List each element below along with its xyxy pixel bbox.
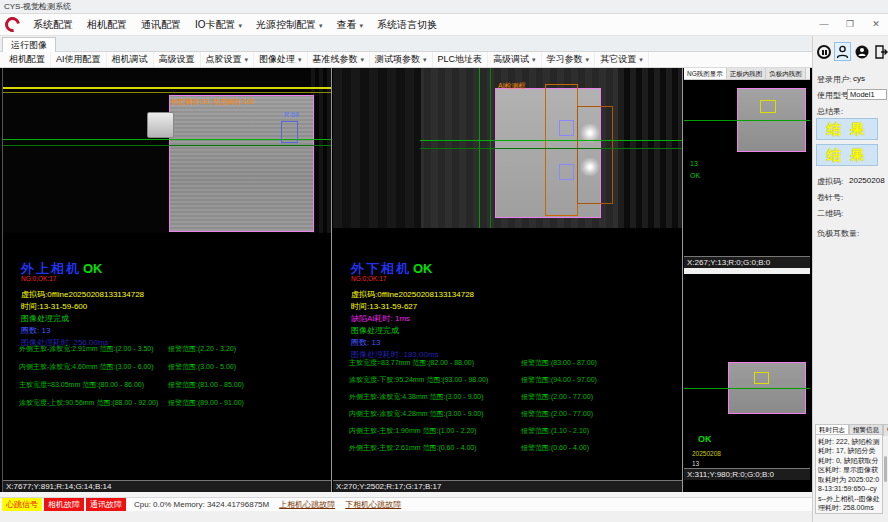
reference-line-yellow-2 (3, 92, 331, 93)
background-stripes (333, 68, 421, 228)
cursor-pixel-status: X:7677;Y:891;R:14;G:14;B:14 (3, 480, 331, 492)
measurement-list: 主胶宽度=83.77mm 范围:(82.00 - 88.00)报警范围:(83.… (349, 358, 678, 460)
tool-glue-settings[interactable]: 点胶设置 (201, 52, 255, 67)
result-badge-lower: 结 果 (816, 144, 878, 166)
alarm-range: 报警范围:(89.00 - 91.00) (168, 398, 244, 408)
menu-io-card-config[interactable]: IO卡配置 (188, 14, 249, 36)
tool-advanced-debug[interactable]: 高级调试 (488, 52, 542, 67)
ng-ok-counter: NG:0;OK:17 (351, 275, 386, 282)
tool-plc-address-table[interactable]: PLC地址表 (433, 52, 489, 67)
alarm-range: 报警范围:(2.00 - 77.00) (521, 409, 593, 419)
tab-positive-inner-image[interactable]: 正极内残图 (727, 68, 767, 79)
tool-camera-debug[interactable]: 相机调试 (107, 52, 154, 67)
main-view: 固定阈值:93, 动态阈值:100 R:68 外上相机OK NG:0;OK:17… (0, 68, 812, 492)
menu-comm-config[interactable]: 通讯配置 (134, 14, 188, 35)
measure-line-green-2 (3, 145, 331, 146)
exit-door-icon (874, 45, 888, 59)
cursor-pixel-status: X:270;Y:2502;R:17;G:17;B:17 (333, 480, 682, 492)
overlay-ok-text: OK (690, 172, 700, 179)
admin-user-button[interactable] (853, 42, 870, 61)
close-button[interactable]: ✕ (868, 16, 884, 32)
ai-box-label: AI检测框 (498, 81, 526, 91)
overlay-ok-text: OK (698, 434, 712, 444)
ng-preview-image-top[interactable]: 13 OK (684, 80, 810, 256)
ai-elapsed-line: 缺陷AI耗时: 1ms (351, 313, 410, 324)
roi-box-purple-2 (559, 164, 574, 180)
time-line: 时间:13-31-59-600 (21, 301, 87, 312)
upper-camera-heartbeat-status: 上相机心跳故障 (279, 499, 335, 510)
highlight-spot-2 (580, 158, 600, 176)
alarm-range: 报警范围:(0.60 - 4.00) (521, 443, 589, 453)
tab-negative-inner-image[interactable]: 负极内残图 (766, 68, 806, 79)
tool-test-item-params[interactable]: 测试项参数 (370, 52, 433, 67)
measurement-row: 外侧主胶-涂胶宽:2.91mm 范围:(2.00 - 3.50)报警范围:(2.… (19, 344, 327, 362)
app-logo-icon (2, 14, 23, 35)
overlay-count-text: 13 (690, 160, 698, 167)
measurement-row: 内侧主胶-涂胶宽:4.60mm 范围:(3.00 - 6.00)报警范围:(3.… (19, 362, 327, 380)
ai-detect-box-2 (577, 106, 613, 204)
log-scrollbar[interactable] (884, 456, 887, 482)
total-result-label: 总结果: (817, 106, 843, 117)
menu-language-switch[interactable]: 系统语言切换 (370, 14, 444, 35)
menu-view[interactable]: 查看 (330, 14, 371, 36)
tab-run-image[interactable]: 运行图像 (2, 37, 56, 52)
maximize-button[interactable]: ❐ (842, 16, 858, 32)
cursor-pixel-status: X:311;Y:980;R:0;G:0;B:0 (684, 468, 810, 480)
alarm-range: 报警范围:(83.00 - 87.00) (521, 358, 597, 368)
tab-error-log[interactable]: 错误信息 (883, 424, 888, 436)
measurement-value: 外侧主胶-主胶:2.61mm 范围:(0.60 - 4.00) (349, 444, 477, 451)
status-bar: 心跳信号 相机故障 通讯故障 Cpu: 0.0% Memory: 3424.41… (0, 497, 812, 511)
alarm-range: 报警范围:(81.00 - 85.00) (168, 380, 244, 390)
menu-camera-config[interactable]: 相机配置 (80, 14, 134, 35)
process-done-line: 图像处理完成 (351, 325, 399, 336)
virtual-code-line: 虚拟码:0ffline20250208133134728 (21, 289, 144, 300)
reference-line-yellow (3, 87, 331, 89)
tool-advanced-settings[interactable]: 高级设置 (154, 52, 201, 67)
exit-button[interactable] (872, 42, 888, 61)
cursor-pixel-status: X:267;Y:13;R:0;G:0;B:0 (684, 256, 810, 268)
login-user-label: 登录用户: (817, 74, 851, 85)
tool-learning-params[interactable]: 学习参数 (542, 52, 596, 67)
camera-fault-badge: 相机故障 (44, 498, 84, 511)
tool-image-processing[interactable]: 图像处理 (254, 52, 308, 67)
window-controls: — ❐ ✕ (816, 16, 884, 32)
blue-overlay-text: R:68 (284, 111, 299, 118)
tool-camera-config[interactable]: 相机配置 (4, 52, 51, 67)
winding-pin-label: 卷针号: (817, 192, 843, 203)
minimize-button[interactable]: — (816, 16, 832, 32)
model-value-field[interactable]: Model1 (847, 89, 887, 100)
ng-preview-image-bottom[interactable]: OK 20250208 13 (684, 274, 810, 468)
login-user-button[interactable] (834, 42, 851, 61)
overlay-count-text: 13 (692, 460, 699, 467)
pause-button[interactable] (815, 42, 832, 61)
alarm-range: 报警范围:(1.10 - 2.10) (521, 426, 589, 436)
menu-system-config[interactable]: 系统配置 (26, 14, 80, 35)
tab-ng-image-display[interactable]: NG残图显示 (684, 68, 727, 79)
ng-ok-counter: NG:0;OK:17 (21, 275, 56, 282)
connector-part (147, 112, 174, 138)
menu-light-control-config[interactable]: 光源控制配置 (249, 14, 330, 36)
measurement-value: 内侧主胶-涂胶宽:4.60mm 范围:(3.00 - 6.00) (19, 363, 154, 370)
turn-count-line: 圈数: 13 (351, 337, 380, 348)
camera-image-upper[interactable]: 固定阈值:93, 动态阈值:100 R:68 (3, 68, 331, 233)
view-tabstrip: 运行图像 (0, 36, 812, 52)
heartbeat-signal-badge: 心跳信号 (2, 498, 42, 511)
camera-image-lower[interactable]: AI检测框 (333, 68, 682, 228)
turn-count-line: 圈数: 13 (21, 325, 50, 336)
measurement-row: 内侧主胶-涂胶宽:4.28mm 范围:(3.00 - 9.00)报警范围:(2.… (349, 409, 678, 426)
login-user-value[interactable]: cys (853, 74, 865, 83)
result-ok-label: OK (83, 261, 103, 276)
time-line: 时间:13-31-59-627 (351, 301, 417, 312)
measurement-value: 主胶宽度=83.77mm 范围:(82.00 - 88.00) (349, 359, 474, 366)
tool-baseline-params[interactable]: 基准线参数 (308, 52, 371, 67)
measurement-value: 内侧主胶-涂胶宽:4.28mm 范围:(3.00 - 9.00) (349, 410, 484, 417)
config-toolbar: 相机配置 AI使用配置 相机调试 高级设置 点胶设置 图像处理 基准线参数 测试… (0, 52, 812, 68)
tool-other-settings[interactable]: 其它设置 (595, 52, 649, 67)
qr-code-label: 二维码: (817, 208, 843, 219)
measure-line-green-2 (420, 148, 682, 149)
measurement-row: 内侧主胶-主胶:1.90mm 范围:(1.00 - 2.20)报警范围:(1.1… (349, 426, 678, 443)
log-text-area[interactable]: 耗时: 222, 缺陷检测耗时: 17, 缺陷分类耗时: 0, 缺陷获取分区耗时… (815, 434, 883, 514)
tool-ai-use-config[interactable]: AI使用配置 (51, 52, 107, 67)
virtual-code-label: 虚拟码: (817, 176, 843, 187)
camera-name: 外下相机 (351, 261, 411, 276)
